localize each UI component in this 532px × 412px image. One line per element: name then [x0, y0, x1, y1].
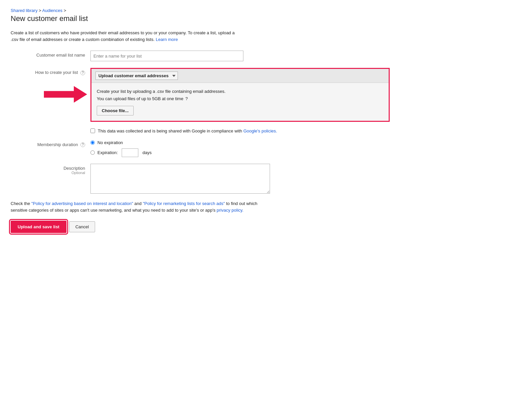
- breadcrumb-shared-library[interactable]: Shared library: [11, 8, 38, 13]
- days-label: days: [142, 150, 151, 155]
- description-textarea[interactable]: [90, 164, 270, 194]
- membership-content: No expiration Expiration: days: [90, 140, 152, 157]
- svg-marker-0: [44, 86, 87, 103]
- name-row: Customer email list name: [11, 51, 521, 61]
- name-input[interactable]: [90, 51, 243, 61]
- expiration-radio[interactable]: [90, 150, 95, 155]
- description-row: Description Optional: [11, 164, 521, 194]
- membership-label: Membership duration ?: [11, 140, 90, 147]
- create-content: Create your list by uploading a .csv fil…: [91, 83, 389, 121]
- membership-help-icon[interactable]: ?: [80, 142, 85, 147]
- red-arrow-icon: [44, 84, 87, 104]
- file-size-help-icon[interactable]: ?: [185, 96, 188, 101]
- optional-label: Optional: [11, 171, 85, 175]
- compliance-label: This data was collected and is being sha…: [98, 128, 277, 133]
- expiration-row: Expiration: days: [90, 148, 152, 157]
- breadcrumb-sep2: >: [64, 8, 66, 13]
- breadcrumb-sep1: >: [39, 8, 43, 13]
- red-arrow-wrapper: [44, 84, 87, 105]
- no-expiration-radio[interactable]: [90, 140, 95, 145]
- no-expiration-row: No expiration: [90, 140, 152, 145]
- how-to-help-icon[interactable]: ?: [80, 71, 85, 75]
- page-title: New customer email list: [11, 14, 521, 23]
- breadcrumb-audiences[interactable]: Audiences: [42, 8, 63, 13]
- privacy-policy-link[interactable]: privacy policy.: [217, 208, 244, 213]
- how-to-row: How to create your list ? Upload custome…: [11, 68, 521, 122]
- upload-desc-line1: Create your list by uploading a .csv fil…: [97, 88, 383, 95]
- create-dropdown-row: Upload customer email addresses Use a co…: [91, 69, 389, 83]
- policy-link2[interactable]: "Policy for remarketing lists for search…: [143, 201, 225, 206]
- description-label: Description Optional: [11, 164, 90, 175]
- upload-desc-line2: You can upload files of up to 5GB at one…: [97, 96, 183, 101]
- create-box: Upload customer email addresses Use a co…: [90, 68, 390, 122]
- file-size-row: You can upload files of up to 5GB at one…: [97, 96, 383, 101]
- days-input[interactable]: [122, 148, 138, 157]
- membership-row: Membership duration ? No expiration Expi…: [11, 140, 521, 157]
- learn-more-link[interactable]: Learn more: [156, 37, 178, 42]
- no-expiration-label: No expiration: [97, 140, 123, 145]
- cancel-button[interactable]: Cancel: [69, 221, 95, 232]
- policy-link1[interactable]: "Policy for advertising based on interes…: [31, 201, 133, 206]
- compliance-row: This data was collected and is being sha…: [90, 128, 521, 133]
- upload-save-button[interactable]: Upload and save list: [11, 221, 66, 233]
- create-box-wrapper: Upload customer email addresses Use a co…: [90, 68, 390, 122]
- how-to-label: How to create your list ?: [11, 68, 90, 75]
- compliance-checkbox[interactable]: [90, 128, 95, 133]
- how-to-select[interactable]: Upload customer email addresses Use a co…: [95, 72, 178, 80]
- page-description: Create a list of customers who have prov…: [11, 30, 243, 43]
- choose-file-button[interactable]: Choose file...: [97, 106, 134, 115]
- google-policies-link[interactable]: Google's policies.: [243, 128, 277, 133]
- action-buttons: Upload and save list Cancel: [11, 221, 521, 233]
- breadcrumb: Shared library > Audiences >: [11, 8, 521, 13]
- name-label: Customer email list name: [11, 51, 90, 58]
- expiration-label: Expiration:: [97, 150, 118, 155]
- policy-text: Check the "Policy for advertising based …: [11, 200, 270, 214]
